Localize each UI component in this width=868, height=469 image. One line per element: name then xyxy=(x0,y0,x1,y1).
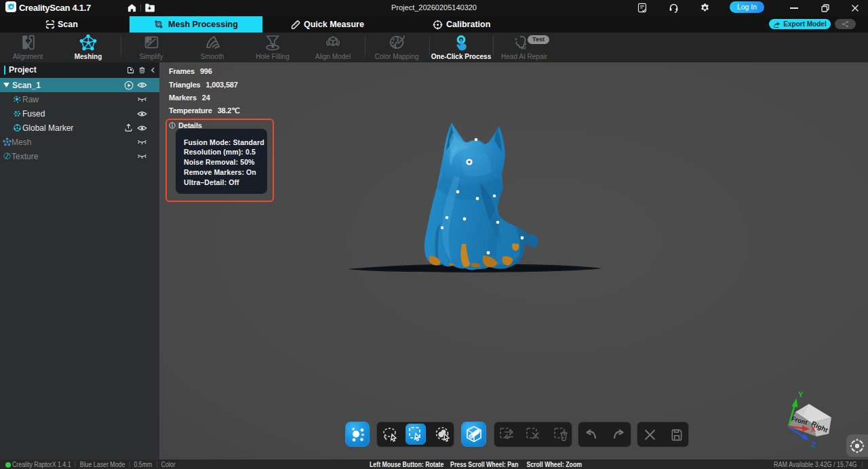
svg-text:X: X xyxy=(811,426,816,433)
svg-text:Z: Z xyxy=(812,441,816,449)
svg-text:Y: Y xyxy=(798,390,804,399)
svg-text:AI: AI xyxy=(521,45,526,51)
